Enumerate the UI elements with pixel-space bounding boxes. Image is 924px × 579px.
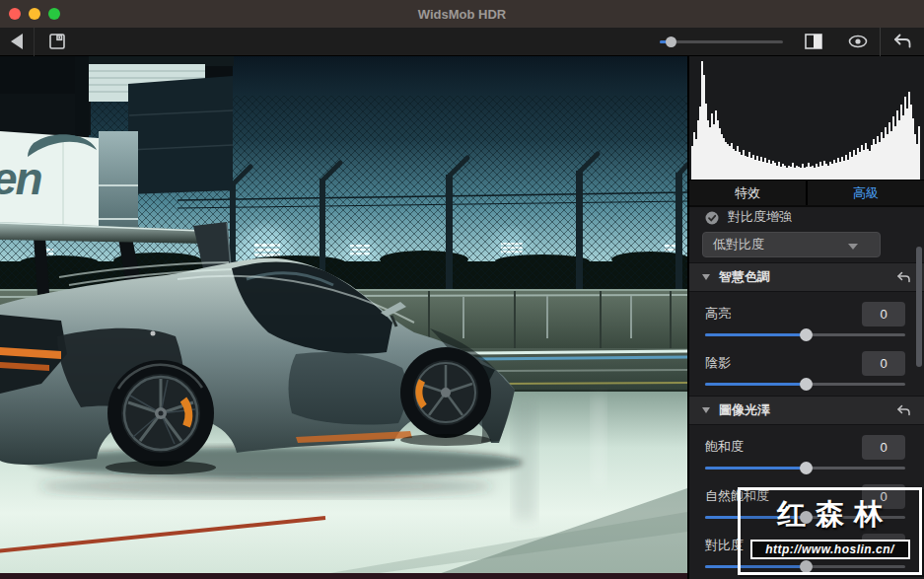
- tab-advanced[interactable]: 高級: [806, 181, 924, 205]
- save-button[interactable]: [35, 28, 80, 56]
- slider-fill: [705, 333, 806, 336]
- contrast-level-value: 低對比度: [713, 236, 764, 253]
- panel-scrollbar[interactable]: [916, 247, 922, 367]
- window-title: WidsMob HDR: [0, 7, 924, 22]
- section-title: 智慧色調: [719, 268, 770, 286]
- photo-scene: ren: [0, 56, 687, 579]
- watermark: 红森林 http://www.hoslin.cn/: [738, 487, 922, 575]
- control-row: 飽和度0: [705, 435, 905, 459]
- titlebar: WidsMob HDR: [0, 0, 924, 28]
- revert-icon: [892, 33, 912, 50]
- histogram-bar: [918, 126, 920, 180]
- zoom-slider-track[interactable]: [660, 40, 783, 43]
- watermark-title: 红森林: [741, 495, 919, 535]
- front-wheel: [400, 347, 491, 438]
- slider-handle[interactable]: [800, 378, 813, 391]
- reset-section-icon: [896, 271, 911, 284]
- section-reset-button[interactable]: [896, 404, 911, 417]
- control-row: 高亮0: [705, 302, 905, 326]
- zoom-slider-handle[interactable]: [666, 36, 676, 47]
- checked-circle-icon: [705, 211, 719, 225]
- control-value-box[interactable]: 0: [862, 302, 905, 326]
- control-label: 高亮: [705, 305, 731, 323]
- section-header-1[interactable]: 圖像光澤: [689, 396, 924, 425]
- panel-tabs: 特效 高級: [689, 180, 924, 207]
- toolbar: [0, 28, 924, 56]
- back-button[interactable]: [0, 28, 34, 56]
- contrast-enhance-row[interactable]: 對比度增強: [689, 207, 924, 228]
- section-header-0[interactable]: 智慧色調: [689, 262, 924, 292]
- compare-split-button[interactable]: [791, 28, 836, 56]
- slider-handle[interactable]: [800, 462, 813, 474]
- save-icon: [47, 32, 67, 51]
- rear-wheel: [107, 360, 214, 467]
- control-row: 陰影0: [705, 351, 905, 375]
- slider-高亮[interactable]: [705, 327, 905, 341]
- preview-button[interactable]: [836, 28, 880, 56]
- photo-preview: ren: [0, 56, 687, 579]
- slider-飽和度[interactable]: [705, 461, 905, 474]
- control-value-box[interactable]: 0: [862, 351, 905, 376]
- collapse-triangle-icon: [702, 274, 710, 280]
- contrast-enhance-label: 對比度增強: [728, 208, 792, 226]
- eye-icon: [847, 34, 869, 49]
- collapse-triangle-icon: [702, 407, 710, 413]
- contrast-level-dropdown[interactable]: 低對比度: [702, 232, 881, 257]
- section-title: 圖像光澤: [719, 401, 770, 419]
- section-reset-button[interactable]: [896, 271, 911, 284]
- control-label: 陰影: [705, 354, 731, 372]
- revert-button[interactable]: [881, 28, 924, 56]
- chevron-down-icon: [848, 244, 858, 250]
- histogram: [689, 56, 924, 180]
- slider-handle[interactable]: [800, 328, 813, 341]
- zoom-slider[interactable]: [660, 28, 783, 56]
- slider-陰影[interactable]: [705, 377, 905, 391]
- compare-split-icon: [805, 34, 822, 49]
- reset-section-icon: [896, 404, 911, 417]
- tab-effects[interactable]: 特效: [689, 181, 806, 205]
- control-label: 飽和度: [705, 438, 744, 456]
- slider-fill: [705, 383, 806, 386]
- sign-text: ren: [0, 153, 41, 204]
- control-value-box[interactable]: 0: [862, 435, 905, 460]
- app-window: WidsMob HDR: [0, 0, 924, 579]
- watermark-url: http://www.hoslin.cn/: [750, 540, 910, 559]
- back-icon: [11, 34, 23, 49]
- slider-fill: [705, 467, 806, 470]
